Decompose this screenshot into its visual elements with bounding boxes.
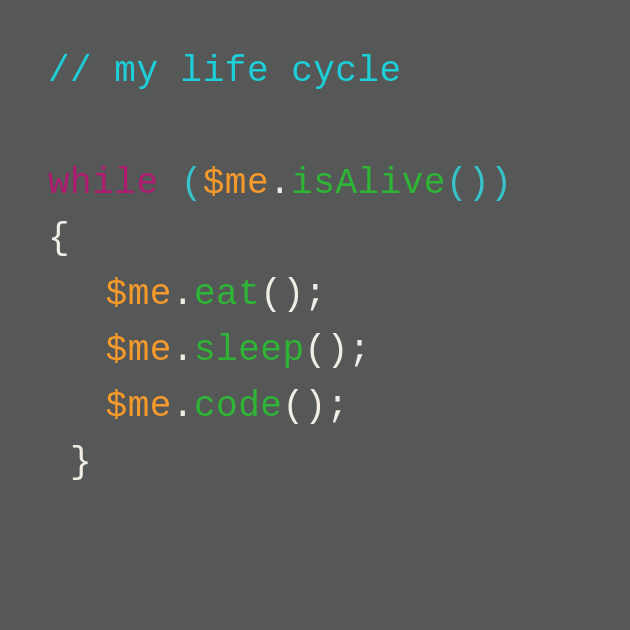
variable-me: $me: [106, 386, 172, 427]
comment-line: // my life cycle: [48, 44, 582, 100]
while-line: while ($me.isAlive()): [48, 156, 582, 212]
eat-line: $me.eat();: [48, 267, 582, 323]
paren-open: (: [181, 163, 203, 204]
dot: .: [269, 163, 291, 204]
semicolon: ;: [327, 386, 349, 427]
paren-close: ): [327, 330, 349, 371]
paren-open: (: [305, 330, 327, 371]
sleep-line: $me.sleep();: [48, 323, 582, 379]
semicolon: ;: [305, 274, 327, 315]
code-block: // my life cycle while ($me.isAlive()) {…: [48, 44, 582, 490]
brace-close-line: }: [48, 435, 582, 491]
dot: .: [172, 386, 194, 427]
paren-close: ): [490, 163, 512, 204]
dot: .: [172, 330, 194, 371]
variable-me: $me: [106, 330, 172, 371]
brace-open: {: [48, 218, 70, 259]
method-isalive: isAlive: [291, 163, 446, 204]
paren-open: (: [260, 274, 282, 315]
keyword-while: while: [48, 163, 159, 204]
brace-open-line: {: [48, 211, 582, 267]
code-line-method: $me.code();: [48, 379, 582, 435]
variable-me: $me: [203, 163, 269, 204]
method-code: code: [194, 386, 282, 427]
comment-slashes: //: [48, 51, 114, 92]
space: [159, 163, 181, 204]
brace-close: }: [70, 442, 92, 483]
paren-close: ): [282, 274, 304, 315]
comment-text: my life cycle: [114, 51, 401, 92]
dot: .: [172, 274, 194, 315]
paren-close: ): [305, 386, 327, 427]
paren-open-inner: (: [446, 163, 468, 204]
space: [48, 442, 70, 483]
paren-open: (: [282, 386, 304, 427]
variable-me: $me: [106, 274, 172, 315]
method-sleep: sleep: [194, 330, 305, 371]
method-eat: eat: [194, 274, 260, 315]
semicolon: ;: [349, 330, 371, 371]
blank-line: [48, 100, 582, 156]
paren-close-inner: ): [468, 163, 490, 204]
